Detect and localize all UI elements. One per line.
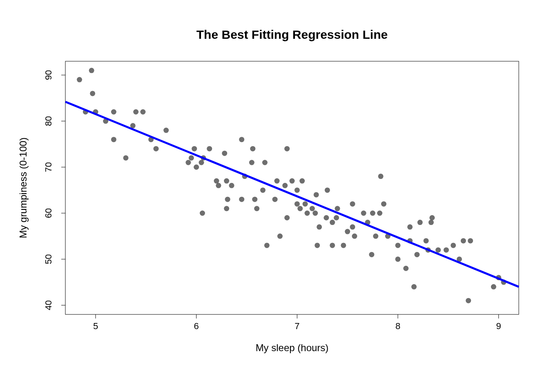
scatter-points (77, 68, 506, 303)
x-tick-label: 9 (496, 321, 501, 331)
data-point (229, 183, 234, 188)
data-point (133, 109, 138, 115)
data-point (466, 298, 471, 303)
data-point (224, 206, 229, 211)
data-point (252, 197, 257, 202)
data-point (435, 247, 441, 253)
data-point (451, 243, 456, 248)
data-point (381, 201, 386, 207)
data-point (324, 215, 329, 220)
data-point (89, 68, 94, 73)
data-point (264, 243, 270, 248)
data-point (315, 243, 320, 248)
data-point (411, 284, 417, 290)
x-tick-label: 7 (295, 321, 299, 331)
data-point (284, 146, 290, 151)
data-point (330, 220, 335, 225)
data-point (429, 215, 435, 220)
data-point (295, 201, 300, 207)
data-point (254, 206, 259, 211)
data-point (272, 197, 278, 202)
y-axis-label: My grumpiness (0-100) (18, 138, 29, 238)
data-point (378, 174, 384, 179)
data-point (290, 178, 295, 184)
data-point (111, 137, 116, 142)
chart-svg: The Best Fitting Regression Line 56789 4… (0, 0, 549, 392)
data-point (361, 211, 366, 216)
data-point (305, 211, 310, 216)
data-point (214, 178, 219, 184)
data-point (123, 155, 129, 160)
data-point (239, 137, 244, 142)
data-point (260, 187, 266, 193)
chart-title: The Best Fitting Regression Line (196, 28, 388, 41)
y-tick-label: 50 (43, 254, 54, 264)
x-tick-label: 5 (93, 321, 98, 331)
data-point (303, 201, 308, 207)
y-tick-label: 90 (43, 70, 54, 80)
data-point (194, 165, 199, 170)
data-point (111, 109, 116, 115)
data-point (222, 151, 227, 156)
data-point (325, 187, 330, 193)
data-point (154, 146, 159, 151)
data-point (350, 224, 355, 229)
x-tick-label: 6 (194, 321, 199, 331)
data-point (189, 155, 194, 160)
data-point (239, 197, 244, 202)
data-point (350, 201, 355, 207)
regression-line (65, 102, 519, 287)
y-tick-label: 70 (43, 162, 54, 172)
data-point (282, 183, 288, 188)
data-point (334, 215, 339, 220)
data-point (207, 146, 212, 151)
data-point (345, 229, 350, 234)
data-point (370, 211, 375, 216)
data-point (284, 215, 290, 220)
data-point (299, 178, 305, 184)
data-point (90, 91, 95, 96)
data-point (491, 284, 496, 290)
data-point (414, 252, 420, 257)
data-point (468, 238, 473, 243)
plot-border (65, 61, 519, 314)
data-point (428, 220, 434, 225)
data-point (424, 238, 429, 243)
data-point (330, 243, 335, 248)
data-point (216, 183, 221, 188)
data-point (444, 247, 449, 253)
data-point (250, 146, 255, 151)
data-point (403, 266, 408, 271)
y-tick-label: 40 (43, 300, 54, 310)
data-point (199, 160, 204, 165)
data-point (295, 187, 300, 193)
data-point (312, 211, 318, 216)
data-point (395, 243, 401, 248)
data-point (377, 211, 382, 216)
data-point (373, 234, 378, 239)
data-point (314, 192, 319, 197)
data-point (200, 211, 205, 216)
y-axis: 405060708090 (43, 70, 65, 310)
data-point (297, 206, 303, 211)
data-point (461, 238, 466, 243)
data-point (163, 128, 169, 133)
data-point (185, 160, 191, 165)
y-tick-label: 60 (43, 208, 54, 218)
data-point (262, 160, 268, 165)
data-point (224, 178, 229, 184)
scatter-chart: The Best Fitting Regression Line 56789 4… (0, 0, 549, 392)
data-point (335, 206, 340, 211)
data-point (77, 77, 82, 82)
data-point (317, 224, 322, 229)
x-axis: 56789 (93, 314, 501, 331)
x-tick-label: 8 (395, 321, 400, 331)
data-point (192, 146, 197, 151)
data-point (277, 234, 283, 239)
data-point (369, 252, 374, 257)
data-point (407, 224, 413, 229)
y-tick-label: 80 (43, 116, 54, 126)
x-axis-label: My sleep (hours) (256, 342, 329, 353)
data-point (417, 220, 423, 225)
data-point (140, 109, 145, 115)
